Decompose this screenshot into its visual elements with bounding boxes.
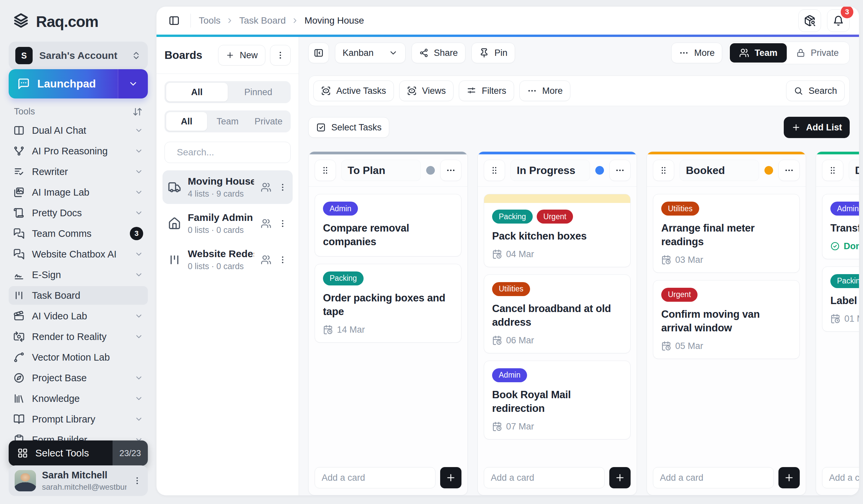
sidebar-item-ai-pro-reasoning[interactable]: AI Pro Reasoning [9, 142, 148, 160]
task-card[interactable]: Packing Order packing boxes and tape 14 … [315, 264, 462, 343]
column-to-plan: To Plan Admin Compare removal companies … [308, 151, 468, 495]
collapse-panel-button[interactable] [308, 42, 329, 63]
column-drag-handle[interactable] [315, 160, 336, 181]
boards-search-input[interactable] [177, 147, 297, 158]
add-card-input[interactable] [822, 467, 859, 488]
filters-button[interactable]: Filters [459, 80, 514, 101]
column-menu-button[interactable] [778, 160, 800, 181]
sidebar-item-team-comms[interactable]: Team Comms 3 [9, 224, 148, 243]
sidebar-item-task-board[interactable]: Task Board [9, 286, 148, 305]
sidebar-item-ai-image-lab[interactable]: AI Image Lab [9, 183, 148, 202]
column-title-field[interactable]: To Plan [341, 160, 421, 181]
more-button[interactable]: More [671, 42, 723, 63]
user-card[interactable]: Sarah Mitchell sarah.mitchell@westbur... [9, 465, 148, 496]
sidebar-item-knowledge[interactable]: Knowledge [9, 389, 148, 408]
sidebar-item-dual-ai-chat[interactable]: Dual AI Chat [9, 121, 148, 140]
add-card-input[interactable] [653, 467, 774, 488]
tab-team[interactable]: Team [207, 112, 248, 131]
view-select[interactable]: Kanban [335, 42, 405, 63]
notifications-button[interactable]: 3 [827, 9, 850, 32]
sidebar-item-render-to-reality[interactable]: Render to Reality [9, 327, 148, 346]
column-status-dot [595, 166, 604, 175]
tab-all[interactable]: All [166, 83, 228, 102]
more-filters-button[interactable]: More [520, 80, 571, 101]
sidebar-item-label: AI Image Lab [32, 187, 127, 198]
column-drag-handle[interactable] [822, 160, 843, 181]
add-card-input[interactable] [484, 467, 605, 488]
board-item-moving-house[interactable]: Moving House 4 lists · 9 cards [162, 170, 293, 204]
task-card[interactable]: Admin Compare removal companies [315, 194, 462, 257]
add-card-input[interactable] [315, 467, 436, 488]
visibility-private[interactable]: Private [787, 43, 848, 63]
pin-button[interactable]: Pin [472, 42, 515, 63]
views-button[interactable]: Views [399, 80, 454, 101]
task-card[interactable]: Admin Transfer c Done [822, 194, 859, 259]
package-search-button[interactable] [798, 9, 821, 32]
card-title: Pack kitchen boxes [492, 230, 622, 243]
tab-pinned[interactable]: Pinned [228, 83, 289, 102]
sidebar-toggle-button[interactable] [166, 12, 183, 29]
sidebar-item-ai-video-lab[interactable]: AI Video Lab [9, 307, 148, 325]
tag-packing: Packing [492, 210, 533, 223]
board-item-website-redesign[interactable]: Website Redesign Ta... 0 lists · 0 cards [162, 243, 293, 276]
kebab-menu-icon[interactable] [278, 219, 287, 228]
breadcrumb-task-board[interactable]: Task Board [239, 15, 286, 26]
account-switcher[interactable]: S Sarah's Account [9, 42, 148, 69]
boards-menu-button[interactable] [270, 45, 291, 66]
launchpad-button[interactable]: Launchpad [9, 69, 148, 99]
task-card[interactable]: Utilities Cancel broadband at old addres… [484, 274, 630, 353]
column-title-field[interactable]: Booked [679, 160, 759, 181]
sidebar-item-pretty-docs[interactable]: Pretty Docs [9, 204, 148, 222]
column-title-field[interactable]: Done [849, 160, 859, 181]
column-menu-button[interactable] [609, 160, 630, 181]
sidebar-item-website-chatbox-ai[interactable]: Website Chatbox AI [9, 245, 148, 263]
kebab-menu-icon[interactable] [133, 476, 142, 486]
sidebar-item-vector-motion-lab[interactable]: Vector Motion Lab [9, 348, 148, 366]
tab-private[interactable]: Private [248, 112, 289, 131]
card-title: Confirm moving van arrival window [661, 308, 791, 335]
tag-urgent: Urgent [661, 288, 698, 302]
column-drag-handle[interactable] [484, 160, 505, 181]
select-tasks-button[interactable]: Select Tasks [308, 117, 389, 138]
spline-icon [13, 352, 25, 363]
kebab-menu-icon[interactable] [278, 183, 287, 192]
search-icon [794, 86, 803, 95]
task-card[interactable]: Utilities Arrange final meter readings 0… [653, 194, 800, 273]
task-card[interactable]: Packing Label stor 01 Mar [822, 267, 859, 332]
column-accent [647, 152, 806, 154]
share-button[interactable]: Share [412, 42, 465, 63]
sidebar-item-label: E-Sign [32, 270, 127, 281]
sidebar-item-e-sign[interactable]: E-Sign [9, 266, 148, 284]
visibility-team[interactable]: Team [730, 43, 787, 63]
sidebar-item-label: Render to Reality [32, 331, 127, 342]
task-card[interactable]: Admin Book Royal Mail redirection 07 Mar [484, 361, 630, 439]
users-icon[interactable] [261, 218, 271, 229]
board-item-family-admin[interactable]: Family Admin 0 lists · 0 cards [162, 207, 293, 240]
select-tools-button[interactable]: Select Tools 23/23 [9, 440, 148, 466]
search-button[interactable]: Search [786, 80, 845, 101]
users-icon[interactable] [261, 182, 271, 193]
add-card-button[interactable] [778, 467, 800, 488]
new-board-button[interactable]: New [218, 45, 265, 66]
truck-icon [168, 181, 181, 194]
add-card-button[interactable] [609, 467, 630, 488]
sidebar-item-rewriter[interactable]: Rewriter [9, 162, 148, 181]
task-card[interactable]: Packing Urgent Pack kitchen boxes 04 Mar [484, 194, 630, 267]
breadcrumb-tools[interactable]: Tools [199, 15, 221, 26]
add-card-button[interactable] [440, 467, 462, 488]
sidebar-item-project-base[interactable]: Project Base [9, 369, 148, 387]
launchpad-expand-button[interactable] [118, 69, 148, 99]
column-menu-button[interactable] [440, 160, 462, 181]
column-drag-handle[interactable] [653, 160, 674, 181]
tab-all-scope[interactable]: All [166, 112, 207, 131]
kebab-menu-icon[interactable] [278, 255, 287, 264]
users-icon[interactable] [261, 255, 271, 265]
task-card[interactable]: Urgent Confirm moving van arrival window… [653, 280, 800, 359]
book-open-icon [13, 414, 25, 425]
sidebar-item-prompt-library[interactable]: Prompt Library [9, 410, 148, 428]
sidebar-item-label: Dual AI Chat [32, 125, 127, 136]
active-tasks-button[interactable]: Active Tasks [313, 80, 394, 101]
column-title-field[interactable]: In Progress [510, 160, 590, 181]
sort-icon[interactable] [133, 107, 142, 117]
add-list-button[interactable]: Add List [784, 117, 850, 138]
